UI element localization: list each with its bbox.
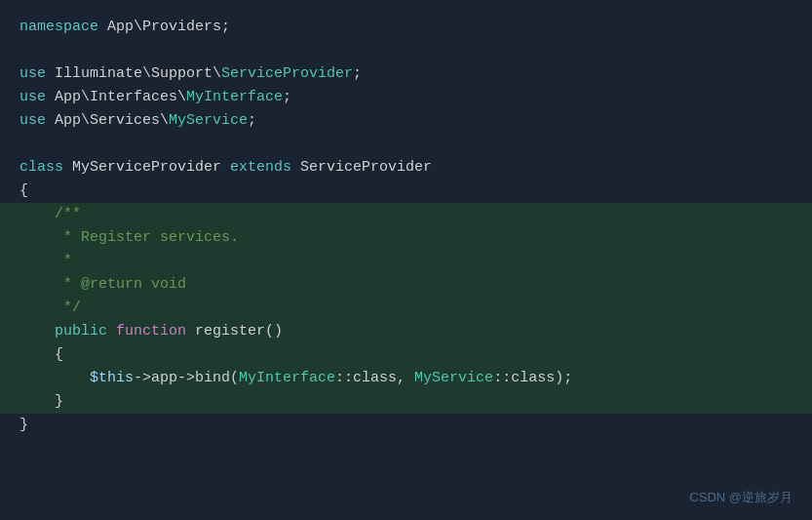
- code-token: use: [19, 112, 46, 129]
- code-token: App\Providers;: [98, 19, 230, 35]
- code-token: MyInterface: [186, 89, 283, 105]
- code-token: public: [55, 323, 107, 340]
- code-line: namespace App\Providers;: [19, 16, 793, 39]
- code-line: {: [0, 343, 812, 367]
- code-token: use: [19, 89, 46, 105]
- code-token: MyServiceProvider: [63, 159, 230, 176]
- code-token: ;: [353, 65, 362, 82]
- code-token: function: [116, 323, 186, 340]
- code-token: MyService: [169, 112, 248, 129]
- code-token: */: [55, 300, 81, 316]
- code-line: $this->app->bind(MyInterface::class, MyS…: [0, 367, 812, 390]
- watermark: CSDN @逆旅岁月: [689, 488, 793, 508]
- code-token: ::class,: [335, 370, 414, 386]
- code-token: ::class);: [493, 370, 572, 386]
- code-token: ;: [248, 112, 256, 129]
- code-line: public function register(): [0, 320, 812, 343]
- code-line: /**: [0, 203, 812, 226]
- code-token: *: [55, 253, 72, 269]
- code-token: MyInterface: [239, 370, 335, 386]
- code-line: {: [19, 180, 793, 203]
- code-token: ;: [283, 89, 291, 105]
- code-token: class: [19, 159, 63, 176]
- code-line: * @return void: [0, 273, 812, 297]
- code-token: {: [19, 182, 28, 199]
- code-token: ServiceProvider: [221, 65, 353, 82]
- code-empty-line: [19, 133, 793, 156]
- code-token: }: [55, 393, 63, 410]
- code-token: App\Interfaces\: [46, 89, 186, 105]
- code-lines: namespace App\Providers;use Illuminate\S…: [19, 16, 793, 437]
- code-token: extends: [230, 159, 291, 176]
- code-line: *: [0, 250, 812, 273]
- code-line: */: [0, 297, 812, 320]
- code-token: Illuminate\Support\: [46, 65, 221, 82]
- code-line: use App\Interfaces\MyInterface;: [19, 86, 793, 109]
- code-token: App\Services\: [46, 112, 169, 129]
- code-line: use App\Services\MyService;: [19, 109, 793, 133]
- code-line: * Register services.: [0, 226, 812, 250]
- code-token: ServiceProvider: [291, 159, 432, 176]
- code-token: MyService: [414, 370, 493, 386]
- code-empty-line: [19, 39, 793, 62]
- code-token: }: [19, 417, 28, 433]
- code-editor: namespace App\Providers;use Illuminate\S…: [0, 0, 812, 520]
- code-line: }: [19, 414, 793, 437]
- code-token: [107, 323, 116, 340]
- code-token: use: [19, 65, 46, 82]
- code-line: use Illuminate\Support\ServiceProvider;: [19, 62, 793, 86]
- code-token: {: [55, 346, 63, 363]
- code-line: class MyServiceProvider extends ServiceP…: [19, 156, 793, 180]
- code-token: * Register services.: [55, 229, 239, 246]
- code-token: /**: [55, 206, 81, 222]
- code-token: ->app->bind(: [134, 370, 239, 386]
- code-line: }: [0, 390, 812, 414]
- code-token: namespace: [19, 19, 98, 35]
- code-token: * @return void: [55, 276, 186, 293]
- code-token: $this: [90, 370, 134, 386]
- code-token: register(): [186, 323, 283, 340]
